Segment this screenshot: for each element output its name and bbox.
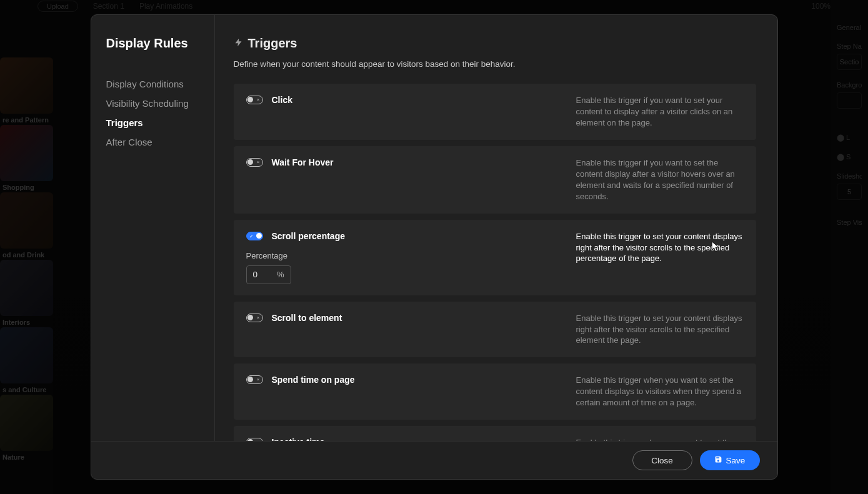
- trigger-card-scroll-percentage: ✓ Scroll percentage Percentage %: [234, 220, 756, 295]
- nav-visibility-scheduling[interactable]: Visibility Scheduling: [106, 94, 199, 113]
- nav-triggers[interactable]: Triggers: [106, 113, 199, 132]
- nav-after-close[interactable]: After Close: [106, 132, 199, 152]
- trigger-desc: Enable this trigger if you want to set y…: [576, 95, 744, 129]
- trigger-card-time-on-page: × Spend time on page Enable this trigger…: [234, 363, 756, 420]
- save-button-label: Save: [726, 456, 746, 465]
- trigger-desc: Enable this trigger to set your content …: [576, 313, 744, 347]
- toggle-scroll-percentage[interactable]: ✓: [246, 232, 263, 240]
- trigger-label: Click: [272, 95, 292, 105]
- display-rules-modal: Display Rules Display Conditions Visibil…: [91, 14, 778, 480]
- trigger-desc: Enable this trigger when you want to set…: [576, 375, 744, 408]
- trigger-card-click: × Click Enable this trigger if you want …: [234, 84, 756, 140]
- toggle-click[interactable]: ×: [246, 96, 263, 104]
- save-icon: [714, 455, 722, 465]
- close-button-label: Close: [651, 456, 673, 465]
- trigger-label: Spend time on page: [272, 375, 355, 385]
- trigger-card-hover: × Wait For Hover Enable this trigger if …: [234, 146, 756, 214]
- trigger-label: Scroll percentage: [272, 231, 346, 241]
- toggle-inactive-time[interactable]: ×: [246, 438, 263, 441]
- modal-overlay: Display Rules Display Conditions Visibil…: [0, 0, 868, 494]
- modal-footer: Close Save: [91, 441, 777, 479]
- trigger-label: Wait For Hover: [272, 157, 334, 167]
- toggle-hover[interactable]: ×: [246, 158, 263, 167]
- trigger-desc: Enable this trigger if you want to set t…: [576, 157, 744, 202]
- trigger-desc: Enable this trigger to set your content …: [576, 231, 744, 284]
- modal-title: Display Rules: [106, 36, 199, 51]
- trigger-card-scroll-element: × Scroll to element Enable this trigger …: [234, 302, 756, 358]
- nav-display-conditions[interactable]: Display Conditions: [106, 74, 199, 94]
- bolt-icon: [234, 36, 243, 51]
- modal-sidebar: Display Rules Display Conditions Visibil…: [91, 15, 215, 441]
- close-button[interactable]: Close: [632, 450, 692, 470]
- percentage-unit: %: [277, 270, 284, 279]
- toggle-time-on-page[interactable]: ×: [246, 375, 263, 384]
- trigger-card-inactive-time: × Inactive time Enable this trigger when…: [234, 426, 756, 441]
- panel-heading: Triggers: [248, 36, 297, 51]
- modal-main: Triggers Define when your content should…: [215, 15, 777, 441]
- percentage-label: Percentage: [246, 251, 557, 260]
- panel-intro: Define when your content should appear t…: [234, 59, 765, 69]
- percentage-input-wrap: %: [246, 265, 291, 284]
- percentage-input[interactable]: [253, 270, 272, 279]
- save-button[interactable]: Save: [700, 450, 760, 470]
- toggle-scroll-element[interactable]: ×: [246, 314, 263, 322]
- trigger-label: Scroll to element: [272, 313, 342, 323]
- triggers-list[interactable]: × Click Enable this trigger if you want …: [234, 84, 765, 441]
